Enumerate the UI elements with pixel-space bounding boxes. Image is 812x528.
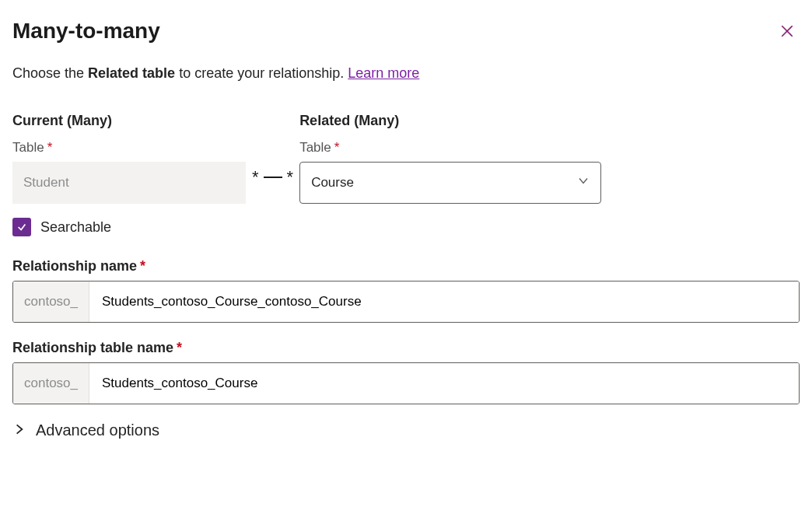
close-icon (780, 24, 794, 38)
current-table-label: Table* (12, 140, 246, 156)
current-table-field: Student (12, 162, 246, 204)
relationship-table-prefix: contoso_ (13, 363, 89, 404)
current-heading: Current (Many) (12, 113, 246, 129)
panel-title: Many-to-many (12, 19, 160, 44)
related-table-value: Course (311, 175, 354, 191)
relationship-connector: * * (252, 167, 293, 187)
advanced-options-toggle[interactable]: Advanced options (12, 421, 800, 439)
related-heading: Related (Many) (299, 113, 601, 129)
subhead-text: Choose the Related table to create your … (12, 65, 800, 82)
connector-left-star: * (252, 167, 259, 187)
checkmark-icon (16, 222, 27, 233)
relationship-name-input[interactable] (89, 281, 799, 322)
close-button[interactable] (775, 19, 800, 44)
subhead-prefix: Choose the (12, 65, 88, 81)
connector-line (264, 177, 282, 178)
subhead-bold: Related table (88, 65, 175, 81)
relationship-table-input[interactable] (89, 363, 799, 404)
advanced-options-label: Advanced options (36, 421, 159, 439)
searchable-checkbox[interactable] (12, 218, 31, 236)
relationship-name-label: Relationship name* (12, 258, 800, 274)
searchable-label: Searchable (40, 219, 111, 236)
subhead-suffix: to create your relationship. (175, 65, 348, 81)
connector-right-star: * (287, 167, 294, 187)
relationship-table-name-label: Relationship table name* (12, 340, 800, 356)
related-table-label: Table* (299, 140, 601, 156)
chevron-down-icon (577, 175, 590, 191)
relationship-name-prefix: contoso_ (13, 281, 89, 322)
learn-more-link[interactable]: Learn more (348, 65, 419, 81)
chevron-right-icon (12, 422, 26, 439)
related-table-select[interactable]: Course (299, 162, 601, 204)
